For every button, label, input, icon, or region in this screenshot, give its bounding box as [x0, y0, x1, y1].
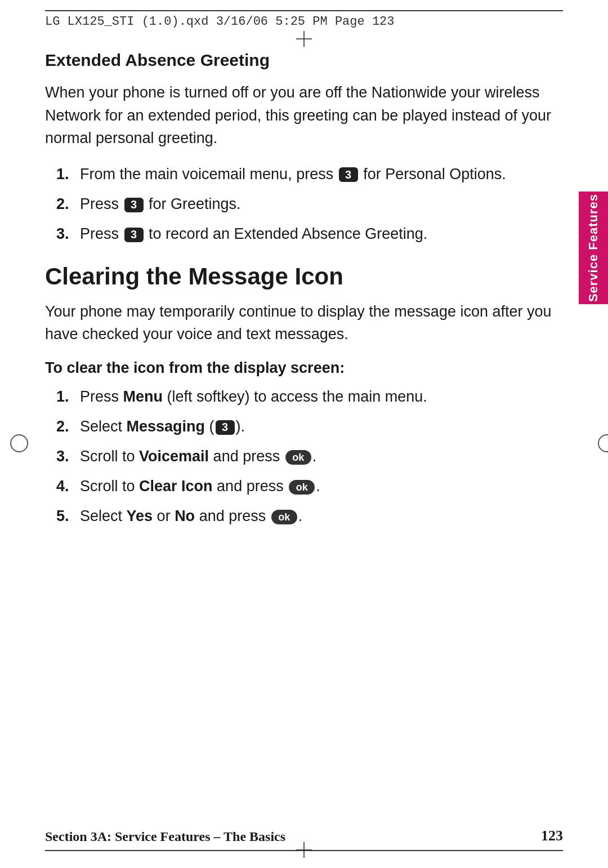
side-tab: Service Features	[579, 192, 608, 304]
key-badge-ok: ok	[271, 510, 297, 524]
key-badge-ok: ok	[289, 480, 315, 495]
side-tab-label: Service Features	[586, 194, 601, 302]
main-content: Extended Absence Greeting When your phon…	[45, 51, 557, 823]
section1-list: 1. From the main voicemail menu, press 3…	[56, 163, 557, 245]
section2-body: Your phone may temporarily continue to d…	[45, 300, 557, 346]
section1-body: When your phone is turned off or you are…	[45, 81, 557, 150]
footer-page-number: 123	[541, 827, 563, 844]
list-item: 1. Press Menu (left softkey) to access t…	[56, 386, 557, 408]
list-item: 1. From the main voicemail menu, press 3…	[56, 163, 557, 185]
section2-heading: Clearing the Message Icon	[45, 263, 557, 290]
item-content: From the main voicemail menu, press 3 fo…	[80, 163, 557, 185]
key-badge-3: 3	[124, 228, 144, 242]
item-number: 5.	[56, 505, 80, 527]
item-content: Press 3 to record an Extended Absence Gr…	[80, 223, 557, 245]
item-number: 2.	[56, 193, 80, 215]
item-content: Select Yes or No and press ok.	[80, 505, 557, 527]
list-item: 2. Press 3 for Greetings.	[56, 193, 557, 215]
footer-section-label: Section 3A: Service Features – The Basic…	[45, 829, 285, 844]
item-number: 3.	[56, 223, 80, 245]
page-footer: Section 3A: Service Features – The Basic…	[45, 827, 563, 851]
list-item: 3. Scroll to Voicemail and press ok.	[56, 446, 557, 468]
section2-list: 1. Press Menu (left softkey) to access t…	[56, 386, 557, 528]
item-content: Scroll to Clear Icon and press ok.	[80, 475, 557, 497]
item-number: 2.	[56, 416, 80, 438]
top-crosshair	[296, 31, 312, 47]
right-circle	[598, 434, 608, 452]
item-content: Press 3 for Greetings.	[80, 193, 557, 215]
item-content: Scroll to Voicemail and press ok.	[80, 446, 557, 468]
section2-subheading: To clear the icon from the display scree…	[45, 359, 557, 377]
item-number: 1.	[56, 163, 80, 185]
page-header: LG LX125_STI (1.0).qxd 3/16/06 5:25 PM P…	[45, 10, 563, 29]
list-item: 5. Select Yes or No and press ok.	[56, 505, 557, 527]
key-badge-ok: ok	[285, 450, 311, 465]
section1-heading: Extended Absence Greeting	[45, 51, 557, 70]
item-content: Press Menu (left softkey) to access the …	[80, 386, 557, 408]
key-badge-3: 3	[339, 167, 358, 182]
item-number: 3.	[56, 446, 80, 468]
header-text: LG LX125_STI (1.0).qxd 3/16/06 5:25 PM P…	[45, 15, 395, 29]
list-item: 2. Select Messaging (3).	[56, 416, 557, 438]
key-badge-3: 3	[216, 420, 235, 435]
key-badge-3: 3	[124, 198, 144, 212]
list-item: 3. Press 3 to record an Extended Absence…	[56, 223, 557, 245]
list-item: 4. Scroll to Clear Icon and press ok.	[56, 475, 557, 497]
left-circle	[10, 434, 28, 452]
item-number: 1.	[56, 386, 80, 408]
item-content: Select Messaging (3).	[80, 416, 557, 438]
item-number: 4.	[56, 475, 80, 497]
